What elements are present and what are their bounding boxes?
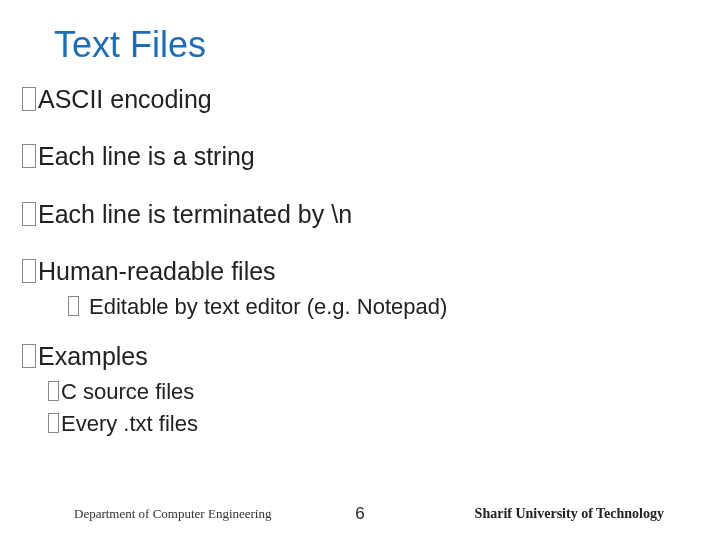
bullet-marker-icon [22, 202, 36, 226]
bullet-item: Examples [22, 341, 720, 372]
bullet-marker-icon [48, 381, 59, 401]
bullet-marker-icon [22, 87, 36, 111]
footer-department: Department of Computer Engineering [74, 506, 271, 522]
page-number: 6 [355, 504, 364, 524]
bullet-item: Each line is a string [22, 141, 720, 172]
bullet-marker-icon [22, 259, 36, 283]
bullet-text: ASCII encoding [38, 84, 212, 115]
bullet-text: Examples [38, 341, 148, 372]
bullet-marker-icon [68, 296, 79, 316]
sub-bullet-item: Editable by text editor (e.g. Notepad) [68, 293, 720, 321]
bullet-marker-icon [48, 413, 59, 433]
sub-bullet-item: C source files [48, 378, 720, 407]
bullet-item: Human-readable files [22, 256, 720, 287]
bullet-item: ASCII encoding [22, 84, 720, 115]
bullet-item: Each line is terminated by \n [22, 199, 720, 230]
bullet-text: Human-readable files [38, 256, 276, 287]
slide: Text Files ASCII encoding Each line is a… [0, 0, 720, 540]
bullet-text: Each line is terminated by \n [38, 199, 352, 230]
sub-bullet-item: Every .txt files [48, 410, 720, 439]
slide-title: Text Files [0, 24, 720, 66]
bullet-text: Editable by text editor (e.g. Notepad) [89, 293, 447, 321]
slide-footer: Department of Computer Engineering 6 Sha… [0, 506, 720, 522]
bullet-text: Every .txt files [61, 410, 198, 439]
bullet-text: C source files [61, 378, 194, 407]
bullet-marker-icon [22, 144, 36, 168]
slide-content: ASCII encoding Each line is a string Eac… [0, 84, 720, 439]
bullet-marker-icon [22, 344, 36, 368]
footer-university: Sharif University of Technology [475, 506, 664, 522]
bullet-text: Each line is a string [38, 141, 255, 172]
